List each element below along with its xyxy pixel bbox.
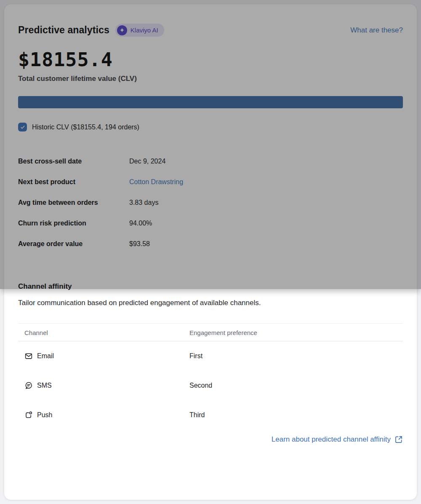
historic-clv-legend-label: Historic CLV ($18155.4, 194 orders) [32,123,139,131]
check-icon [20,124,26,130]
clv-total-label: Total customer lifetime value (CLV) [18,75,403,83]
stat-value: 94.00% [129,220,152,227]
stat-label: Next best product [18,178,129,186]
channel-affinity-table: Channel Engagement preference Email Firs… [18,323,403,430]
stat-row-avg-time-between-orders: Avg time between orders 3.83 days [18,193,403,213]
sms-icon [24,381,33,390]
learn-link-row: Learn about predicted channel affinity [18,435,403,444]
channel-affinity-title: Channel affinity [18,282,403,291]
historic-clv-checkbox[interactable] [18,123,27,131]
clv-total-value: $18155.4 [18,48,403,71]
historic-clv-bar [18,96,403,108]
stat-row-best-cross-sell-date: Best cross-sell date Dec 9, 2024 [18,151,403,172]
predictive-stats-list: Best cross-sell date Dec 9, 2024 Next be… [18,151,403,255]
stat-row-churn-risk-prediction: Churn risk prediction 94.00% [18,213,403,234]
historic-clv-legend[interactable]: Historic CLV ($18155.4, 194 orders) [18,123,403,131]
channel-cell: Push [24,411,189,419]
stat-value: Dec 9, 2024 [129,158,165,165]
table-row-email: Email First [18,341,403,371]
stat-row-average-order-value: Average order value $93.58 [18,234,403,255]
card-header: Predictive analytics Klaviyo AI What are… [18,24,403,37]
table-row-sms: SMS Second [18,371,403,400]
predictive-analytics-card: Predictive analytics Klaviyo AI What are… [4,4,417,500]
channel-cell: Email [24,352,189,360]
email-icon [24,352,33,360]
channel-affinity-description: Tailor communication based on predicted … [18,299,403,307]
stat-value: 3.83 days [129,199,158,206]
external-link-icon [394,435,403,444]
next-best-product-link[interactable]: Cotton Drawstring [129,178,183,186]
engagement-preference-value: Second [189,382,212,389]
channel-cell: SMS [24,381,189,390]
stat-label: Avg time between orders [18,199,129,206]
channel-label: Push [37,411,52,419]
page-title: Predictive analytics [18,24,109,36]
column-header-channel: Channel [24,329,189,336]
stat-label: Churn risk prediction [18,220,129,227]
sparkle-icon [117,25,127,35]
stat-row-next-best-product: Next best product Cotton Drawstring [18,172,403,193]
push-icon [24,411,33,419]
stat-label: Average order value [18,240,129,248]
table-row-push: Push Third [18,400,403,430]
engagement-preference-value: First [189,352,203,360]
what-are-these-link[interactable]: What are these? [350,26,403,35]
engagement-preference-value: Third [189,411,205,419]
klaviyo-ai-badge-label: Klaviyo AI [131,27,158,34]
channel-affinity-section: Channel affinity Tailor communication ba… [18,282,403,444]
learn-link-label: Learn about predicted channel affinity [272,435,391,444]
channel-label: Email [37,352,54,360]
table-header-row: Channel Engagement preference [18,324,403,341]
stat-label: Best cross-sell date [18,158,129,165]
klaviyo-ai-badge: Klaviyo AI [115,24,164,37]
column-header-engagement-preference: Engagement preference [189,329,257,336]
learn-about-channel-affinity-link[interactable]: Learn about predicted channel affinity [272,435,403,444]
stat-value: $93.58 [129,240,150,248]
channel-label: SMS [37,382,52,389]
